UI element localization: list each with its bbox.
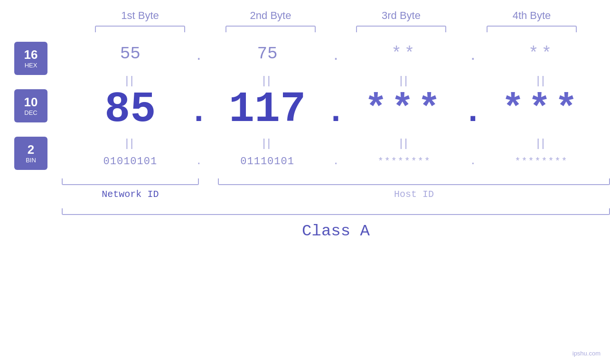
dec-byte3: *** [346, 88, 464, 131]
data-rows: 55 . 75 . ** . ** || || || || 85 [62, 37, 610, 175]
dec-badge-label: DEC [24, 109, 37, 116]
byte3-header: 3rd Byte [349, 9, 453, 22]
bin-byte1: 01010101 [71, 149, 189, 175]
bin-byte4: ******** [482, 156, 601, 167]
bin-dot1: . [189, 156, 208, 168]
bin-byte2: 01110101 [208, 149, 327, 175]
bin-badge-number: 2 [28, 143, 34, 156]
bin-badge: 2 BIN [14, 137, 47, 170]
id-labels-row: Network ID Host ID [62, 189, 610, 200]
dec-dot2: . [327, 93, 346, 126]
dec-dot1: . [189, 93, 208, 126]
bracket-byte3 [356, 26, 446, 32]
bracket-byte4 [487, 26, 577, 32]
class-label: Class A [62, 222, 610, 240]
bin-byte3: ******** [346, 156, 464, 167]
dec-badge: 10 DEC [14, 89, 47, 122]
hex-dot2: . [327, 44, 346, 64]
dec-dot3: . [463, 93, 482, 126]
hex-dot3: . [463, 44, 482, 64]
hex-byte3: ** [346, 44, 464, 64]
hex-row: 55 . 75 . ** . ** [71, 37, 601, 71]
hex-badge-label: HEX [25, 62, 38, 69]
bracket-byte1 [95, 26, 185, 32]
dec-byte4: *** [482, 88, 601, 131]
dec-byte2: 117 [208, 86, 327, 133]
hex-byte4: ** [482, 44, 601, 64]
bin-badge-label: BIN [26, 157, 36, 164]
byte2-header: 2nd Byte [218, 9, 323, 22]
watermark: ipshu.com [572, 350, 601, 357]
bottom-bracket-section: Network ID Host ID Class A [62, 178, 610, 240]
bin-dot2: . [327, 156, 346, 168]
dec-row: 85 . 117 . *** . *** [71, 86, 601, 133]
bottom-bracket-network [62, 178, 199, 185]
top-brackets [75, 26, 597, 32]
dec-badge-number: 10 [24, 96, 38, 108]
bottom-bracket-host [218, 178, 610, 185]
host-id-label: Host ID [218, 189, 610, 200]
equals-row1: || || || || [71, 71, 601, 85]
hex-dot1: . [189, 44, 208, 64]
main-container: 1st Byte 2nd Byte 3rd Byte 4th Byte 16 H… [0, 0, 610, 364]
overall-bottom-bracket [62, 208, 610, 215]
bin-dot3: . [463, 156, 482, 168]
hex-byte2: 75 [208, 37, 327, 71]
bin-row: 01010101 . 01110101 . ******** . *******… [71, 149, 601, 175]
byte-headers: 1st Byte 2nd Byte 3rd Byte 4th Byte [75, 9, 597, 22]
dec-byte1: 85 [71, 86, 189, 133]
network-id-label: Network ID [62, 189, 199, 200]
hex-badge: 16 HEX [14, 42, 47, 75]
byte4-header: 4th Byte [479, 9, 584, 22]
content-section: 16 HEX 10 DEC 2 BIN 55 . 75 . ** . ** [0, 37, 610, 175]
badges-column: 16 HEX 10 DEC 2 BIN [0, 37, 62, 175]
hex-byte1: 55 [71, 37, 189, 71]
bracket-byte2 [225, 26, 316, 32]
byte1-header: 1st Byte [88, 9, 192, 22]
bottom-brackets-row [62, 178, 610, 185]
equals-row2: || || || || [71, 134, 601, 148]
hex-badge-number: 16 [24, 48, 38, 61]
